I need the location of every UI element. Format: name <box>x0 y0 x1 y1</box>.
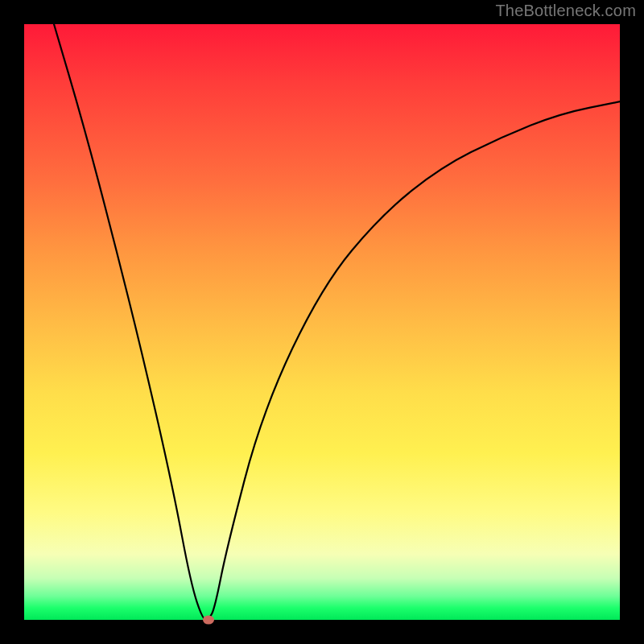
bottleneck-curve <box>54 24 620 620</box>
watermark-text: TheBottleneck.com <box>495 2 636 20</box>
optimum-marker-icon <box>203 616 214 625</box>
curve-svg <box>24 24 620 620</box>
chart-frame: TheBottleneck.com <box>0 0 644 644</box>
plot-area <box>24 24 620 620</box>
